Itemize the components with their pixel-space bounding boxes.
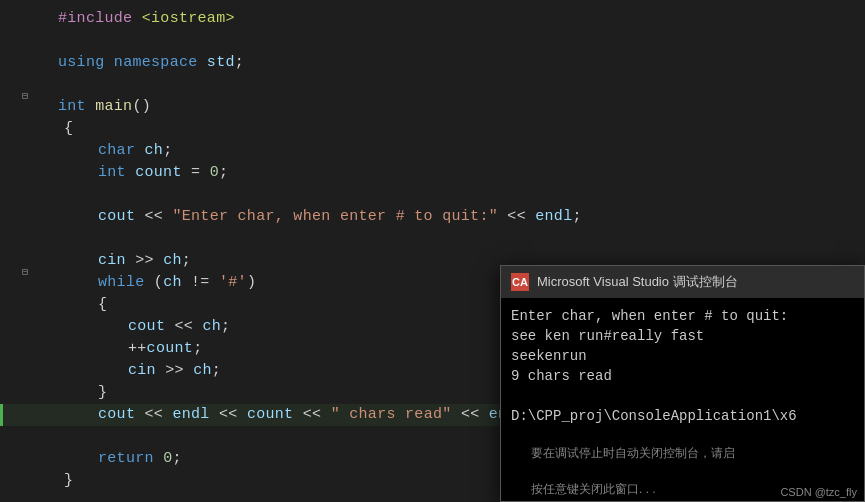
line-content-8: int count = 0; xyxy=(48,162,865,184)
code-line-4 xyxy=(0,74,865,96)
console-output-3: seekenrun xyxy=(511,346,854,366)
line-content-11 xyxy=(48,228,865,250)
console-output-6: D:\CPP_proj\ConsoleApplication1\x6 xyxy=(511,406,854,426)
code-line-10: cout << "Enter char, when enter # to qui… xyxy=(0,206,865,228)
line-content-9 xyxy=(48,184,865,206)
line-content-7: char ch; xyxy=(48,140,865,162)
code-line-7: char ch; xyxy=(0,140,865,162)
console-output-4: 9 chars read xyxy=(511,366,854,386)
console-body: Enter char, when enter # to quit: see ke… xyxy=(501,298,864,501)
fold-icon-13[interactable]: ⊟ xyxy=(18,265,32,279)
console-output-5 xyxy=(511,386,854,406)
console-titlebar: CA Microsoft Visual Studio 调试控制台 xyxy=(501,266,864,298)
console-footer-line1: 要在调试停止时自动关闭控制台，请启 xyxy=(531,446,735,460)
console-footer-line2: 按任意键关闭此窗口. . . xyxy=(531,482,656,496)
code-line-6: { xyxy=(0,118,865,140)
console-title: Microsoft Visual Studio 调试控制台 xyxy=(537,273,738,291)
watermark-text: CSDN @tzc_fly xyxy=(780,486,857,498)
line-content-5: int main() xyxy=(48,96,865,118)
code-line-3: using namespace std; xyxy=(0,52,865,74)
console-app-icon: CA xyxy=(511,273,529,291)
code-line-1: #include <iostream> xyxy=(0,8,865,30)
line-content-4 xyxy=(48,74,865,96)
console-output-2: see ken run#really fast xyxy=(511,326,854,346)
line-content-2 xyxy=(48,30,865,52)
code-line-2 xyxy=(0,30,865,52)
code-line-5: ⊟ int main() xyxy=(0,96,865,118)
console-window: CA Microsoft Visual Studio 调试控制台 Enter c… xyxy=(500,265,865,502)
line-content-1: #include <iostream> xyxy=(48,8,865,30)
line-content-10: cout << "Enter char, when enter # to qui… xyxy=(48,206,865,228)
console-output-1: Enter char, when enter # to quit: xyxy=(511,306,854,326)
watermark: CSDN @tzc_fly xyxy=(780,486,857,498)
fold-icon-5[interactable]: ⊟ xyxy=(18,89,32,103)
line-content-3: using namespace std; xyxy=(48,52,865,74)
code-line-11 xyxy=(0,228,865,250)
code-line-9 xyxy=(0,184,865,206)
line-content-6: { xyxy=(48,118,865,140)
code-line-8: int count = 0; xyxy=(0,162,865,184)
